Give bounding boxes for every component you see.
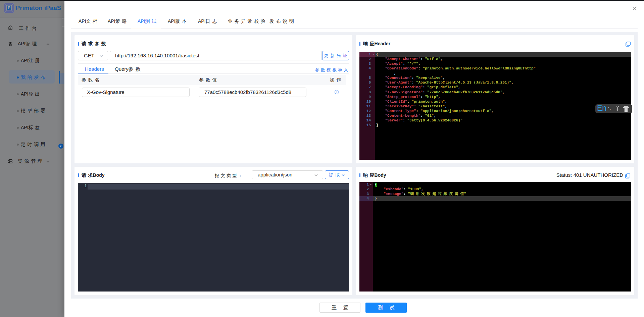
svg-text:P: P	[8, 5, 10, 10]
